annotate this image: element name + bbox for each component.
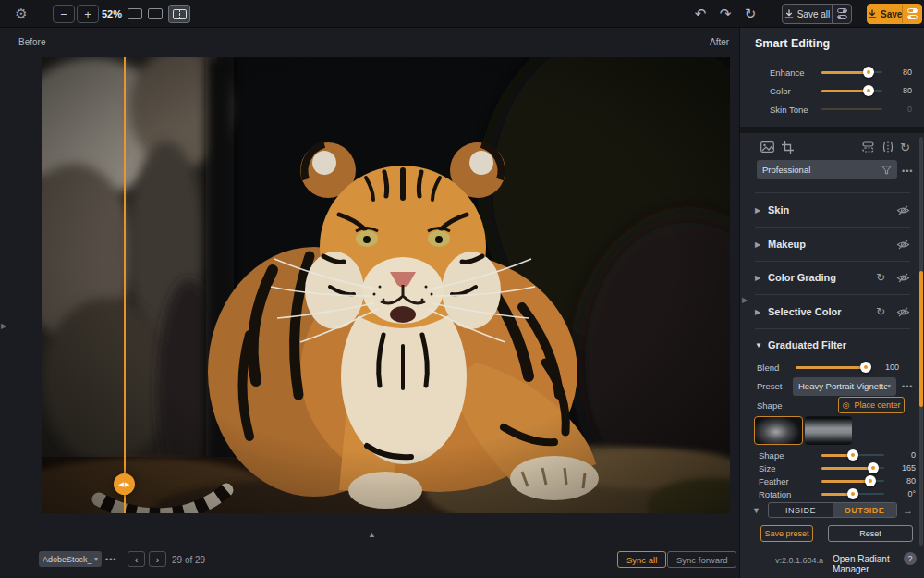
panel-collapse-arrow[interactable]: ▶ bbox=[742, 296, 748, 304]
after-label: After bbox=[710, 37, 729, 47]
split-view-icon[interactable] bbox=[168, 5, 190, 23]
skin-tone-slider[interactable] bbox=[821, 104, 882, 115]
blend-slider[interactable] bbox=[796, 362, 866, 373]
vignette-preset-dropdown[interactable]: Heavy Portrait Vignette ▾ bbox=[793, 377, 896, 396]
filename-dropdown[interactable]: AdobeStock_32349574 ▾ bbox=[39, 551, 102, 567]
split-drag-handle[interactable]: ◀▶ bbox=[114, 473, 135, 495]
panel-scrollbar-track[interactable] bbox=[919, 137, 923, 546]
undo-icon[interactable]: ↶ bbox=[691, 6, 710, 22]
crop-icon[interactable] bbox=[782, 141, 794, 154]
zoom-in-button[interactable]: + bbox=[77, 5, 99, 23]
side-by-side-view-icon[interactable] bbox=[148, 8, 163, 19]
sync-all-button[interactable]: Sync all bbox=[617, 551, 666, 568]
slider-knob[interactable] bbox=[868, 462, 879, 473]
slider-knob[interactable] bbox=[863, 67, 874, 78]
split-right-icon: ▶ bbox=[125, 481, 129, 488]
section-reset-icon[interactable]: ↻ bbox=[876, 271, 885, 284]
skin-tone-value: 0 bbox=[884, 105, 912, 114]
save-all-options-toggle[interactable] bbox=[832, 5, 851, 23]
vignette-preset-options-icon[interactable]: ••• bbox=[902, 382, 913, 391]
single-view-icon[interactable] bbox=[128, 8, 142, 19]
inside-outside-toggle: INSIDE OUTSIDE bbox=[768, 502, 897, 518]
before-label: Before bbox=[18, 37, 45, 47]
vignette-preset-value: Heavy Portrait Vignette bbox=[798, 381, 887, 391]
zoom-out-button[interactable]: − bbox=[53, 5, 75, 23]
reset-icon[interactable]: ↻ bbox=[741, 6, 760, 22]
save-button[interactable]: Save bbox=[867, 4, 922, 24]
place-center-button[interactable]: ◎ Place center bbox=[838, 397, 905, 413]
reset-button[interactable]: Reset bbox=[828, 525, 913, 542]
divider bbox=[755, 261, 910, 262]
outside-option[interactable]: OUTSIDE bbox=[833, 503, 896, 517]
previous-image-button[interactable]: ‹ bbox=[128, 551, 145, 567]
target-icon: ◎ bbox=[843, 400, 850, 410]
panel-title: Smart Editing bbox=[755, 37, 830, 50]
size-label: Size bbox=[759, 463, 801, 473]
visibility-off-icon[interactable] bbox=[896, 307, 910, 317]
feather-slider[interactable] bbox=[821, 475, 884, 486]
chevron-right-icon[interactable]: ▶ bbox=[755, 206, 768, 215]
save-all-button[interactable]: Save all bbox=[782, 4, 852, 24]
rotation-slider[interactable] bbox=[821, 488, 884, 499]
toggle-icon bbox=[837, 8, 847, 13]
toggle-icon bbox=[907, 8, 918, 13]
visibility-off-icon[interactable] bbox=[896, 240, 910, 250]
filmstrip-toggle-icon[interactable]: ▲ bbox=[368, 530, 376, 539]
enhance-slider[interactable] bbox=[821, 67, 882, 78]
slider-knob[interactable] bbox=[863, 85, 874, 96]
section-color-grading[interactable]: ▶ Color Grading ↻ bbox=[740, 267, 924, 288]
section-skin[interactable]: ▶ Skin bbox=[740, 200, 924, 220]
redo-icon[interactable]: ↷ bbox=[716, 6, 735, 22]
filename: AdobeStock_32349574 bbox=[43, 555, 92, 564]
flip-horizontal-icon[interactable] bbox=[882, 141, 894, 153]
mask-collapse-arrow[interactable]: ▼ bbox=[752, 502, 760, 518]
shape-value: 0 bbox=[886, 450, 916, 460]
divider bbox=[755, 328, 910, 329]
next-image-button[interactable]: › bbox=[149, 551, 166, 567]
section-selective-color[interactable]: ▶ Selective Color ↻ bbox=[740, 301, 924, 322]
place-center-label: Place center bbox=[854, 400, 900, 410]
preset-category-dropdown[interactable]: Professional bbox=[757, 160, 897, 179]
slider-knob[interactable] bbox=[847, 449, 858, 461]
sync-forward-button[interactable]: Sync forward bbox=[667, 551, 736, 568]
inside-option[interactable]: INSIDE bbox=[769, 503, 833, 517]
section-reset-icon[interactable]: ↻ bbox=[876, 305, 885, 318]
rotation-label: Rotation bbox=[759, 489, 801, 499]
visibility-off-icon[interactable] bbox=[896, 205, 910, 215]
save-preset-button[interactable]: Save preset bbox=[760, 525, 813, 542]
section-makeup[interactable]: ▶ Makeup bbox=[740, 234, 924, 254]
image-counter: 29 of 29 bbox=[172, 555, 205, 565]
chevron-right-icon[interactable]: ▶ bbox=[755, 274, 768, 282]
chevron-right-icon[interactable]: ▶ bbox=[755, 308, 768, 316]
download-icon bbox=[868, 9, 877, 18]
chevron-right-icon[interactable]: ▶ bbox=[755, 240, 768, 249]
flip-vertical-icon[interactable] bbox=[862, 141, 874, 153]
shape-section-label: Shape bbox=[757, 400, 782, 411]
color-slider[interactable] bbox=[821, 85, 882, 96]
visibility-off-icon[interactable] bbox=[896, 273, 910, 283]
help-icon[interactable]: ? bbox=[904, 552, 917, 565]
linear-gradient-swatch[interactable] bbox=[805, 416, 852, 445]
image-adjust-icon[interactable] bbox=[760, 141, 774, 153]
save-options-toggle[interactable] bbox=[902, 5, 921, 23]
before-after-split-line[interactable] bbox=[124, 57, 126, 513]
save-all-label: Save all bbox=[797, 9, 831, 19]
chevron-down-icon: ▾ bbox=[94, 555, 98, 563]
section-graduated-filter[interactable]: ▼ Graduated Filter bbox=[740, 335, 924, 355]
filter-funnel-icon bbox=[881, 166, 892, 175]
radial-gradient-swatch[interactable] bbox=[754, 416, 803, 445]
chevron-down-icon[interactable]: ▼ bbox=[755, 341, 768, 350]
rotate-icon[interactable]: ↻ bbox=[900, 141, 910, 154]
file-more-options-icon[interactable]: ••• bbox=[105, 555, 116, 564]
left-panel-expand-arrow[interactable]: ▶ bbox=[1, 322, 6, 330]
invert-direction-icon[interactable]: ↔ bbox=[903, 502, 913, 518]
slider-knob[interactable] bbox=[865, 475, 876, 486]
color-label: Color bbox=[770, 86, 818, 96]
preset-more-options-icon[interactable]: ••• bbox=[902, 166, 913, 176]
panel-scrollbar-thumb[interactable] bbox=[919, 271, 923, 407]
settings-gear-icon[interactable]: ⚙ bbox=[11, 4, 31, 24]
slider-knob[interactable] bbox=[847, 488, 858, 499]
slider-knob[interactable] bbox=[860, 362, 871, 373]
shape-slider[interactable] bbox=[821, 449, 884, 461]
size-slider[interactable] bbox=[821, 462, 884, 473]
